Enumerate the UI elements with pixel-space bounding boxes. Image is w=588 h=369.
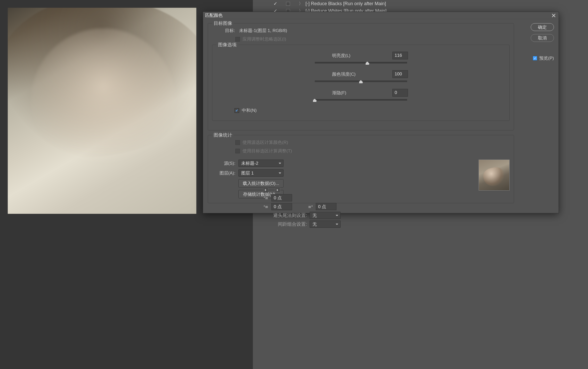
use-source-sel-checkbox (235, 140, 240, 145)
source-thumbnail (479, 160, 510, 191)
spacing-select[interactable]: 无 (310, 221, 341, 228)
neutralize-label: 中和(N) (242, 107, 257, 113)
paragraph-panel: *≣ *≣ ≣* 避头尾法则设置: 无 间距组合设置: 无 (263, 186, 361, 229)
intensity-group: 颜色强度(C) (216, 70, 505, 83)
intensity-label: 颜色强度(C) (332, 71, 389, 77)
use-target-sel-label: 使用目标选区计算调整(T) (243, 148, 292, 154)
group-legend: 图像统计 (212, 132, 234, 138)
ignore-selection-checkbox (235, 37, 240, 42)
target-value: 未标题-1(图层 1, RGB/8) (239, 28, 287, 34)
neutralize-checkbox[interactable] (235, 108, 239, 113)
dialog-title: 匹配颜色 (205, 12, 551, 18)
ignore-selection-label: 应用调整时忽略选区(I) (243, 36, 286, 42)
chevron-right-icon (299, 1, 303, 6)
use-target-sel-checkbox (235, 149, 240, 153)
space-right-input[interactable] (316, 203, 336, 210)
target-label: 目标: (225, 28, 235, 34)
fade-slider[interactable] (315, 99, 407, 102)
fade-label: 渐隐(F) (332, 90, 389, 96)
source-label: 源(S): (212, 160, 235, 166)
luminance-group: 明亮度(L) (216, 52, 505, 65)
fade-input[interactable] (392, 89, 408, 97)
action-row[interactable]: [-] Reduce Blacks [Run only after Main] (273, 0, 386, 7)
close-icon[interactable] (551, 13, 557, 18)
stop-icon (286, 2, 290, 6)
cancel-button[interactable]: 取消 (531, 34, 554, 42)
checkmark-icon (273, 1, 277, 6)
space-before-icon: *≣ (263, 195, 269, 200)
hyphenation-select[interactable]: 无 (310, 212, 341, 219)
image-face (31, 28, 175, 173)
dialog-titlebar[interactable]: 匹配颜色 (203, 12, 559, 19)
space-after-icon2: ≣* (308, 204, 313, 209)
luminance-input[interactable] (392, 52, 408, 59)
target-image-group: 目标图像 目标: 未标题-1(图层 1, RGB/8) 应用调整时忽略选区(I)… (208, 23, 514, 130)
ok-button[interactable]: 确定 (531, 23, 554, 31)
space-left-input[interactable] (271, 203, 292, 210)
match-color-dialog: 匹配颜色 目标图像 目标: 未标题-1(图层 1, RGB/8) 应用调整时忽略… (203, 12, 559, 213)
hyphenation-label: 避头尾法则设置: (263, 212, 307, 218)
source-select[interactable]: 未标题-2 (238, 160, 284, 167)
space-after-icon: *≣ (263, 204, 269, 209)
spacing-label: 间距组合设置: (263, 221, 307, 227)
preview-toggle[interactable]: 预览(P) (533, 55, 554, 61)
action-label: [-] Reduce Blacks [Run only after Main] (305, 1, 386, 6)
layer-label: 图层(A): (212, 170, 235, 176)
space-before-input[interactable] (271, 194, 292, 201)
indent-icon (263, 187, 268, 193)
group-legend: 图像选项 (216, 42, 238, 48)
luminance-slider[interactable] (315, 62, 407, 65)
group-legend: 目标图像 (212, 20, 234, 26)
intensity-slider[interactable] (315, 81, 407, 83)
document-image[interactable] (8, 8, 196, 214)
preview-label: 预览(P) (539, 55, 554, 61)
preview-checkbox[interactable] (533, 56, 537, 60)
luminance-label: 明亮度(L) (332, 53, 389, 59)
intensity-input[interactable] (392, 70, 408, 78)
image-options-group: 图像选项 明亮度(L) (212, 45, 510, 121)
layer-select[interactable]: 图层 1 (238, 169, 284, 177)
indent-icon (275, 187, 280, 193)
fade-group: 渐隐(F) (216, 89, 505, 102)
use-source-sel-label: 使用源选区计算颜色(R) (243, 139, 288, 145)
